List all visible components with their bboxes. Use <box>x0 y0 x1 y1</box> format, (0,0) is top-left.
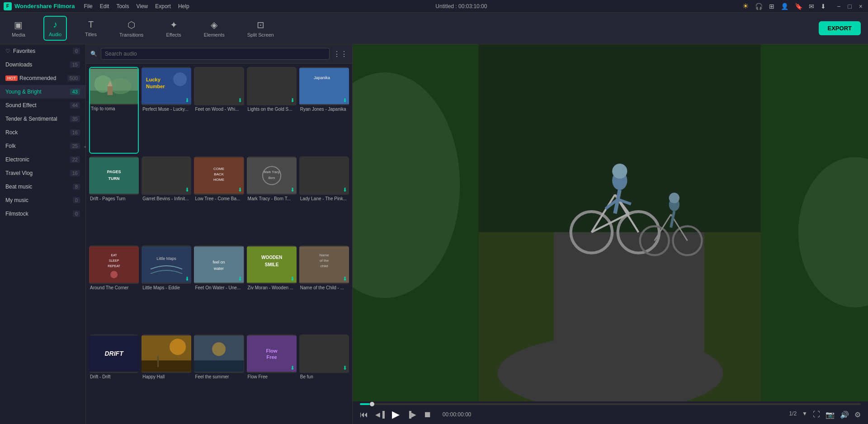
audio-card-flow-free[interactable]: Flow Free ⬇ Flow Free <box>247 334 297 421</box>
sidebar-item-folk[interactable]: Folk 25 ◀ <box>0 139 85 153</box>
svg-text:HOME: HOME <box>213 178 224 182</box>
audio-thumb-garret: ⬇ <box>142 156 191 195</box>
sidebar-recommended-count: 500 <box>67 75 80 81</box>
close-button[interactable]: × <box>857 3 864 10</box>
audio-card-be-fun[interactable]: ⬇ Be fun <box>299 334 349 421</box>
sidebar-item-beat-music[interactable]: Beat music 8 <box>0 180 85 193</box>
audio-card-feet-wood[interactable]: ⬇ Feet on Wood - Whi... <box>194 67 244 154</box>
thumb-art-around: EAT SLEEP REPEAT <box>89 245 139 284</box>
audio-thumb-trip-roma <box>90 68 138 105</box>
audio-card-perfect-muse[interactable]: Lucky Number ⬇ Perfect Muse - Lucky... <box>142 67 191 154</box>
toolbar-elements[interactable]: ◈ Elements <box>199 17 229 40</box>
thumb-art-feel <box>194 334 244 373</box>
sidebar-item-downloads[interactable]: Downloads 15 <box>0 58 85 71</box>
audio-card-drift2[interactable]: DRIFT Drift - Drift <box>89 334 139 421</box>
snapshot-icon[interactable]: 📷 <box>826 410 835 419</box>
sidebar-item-rock[interactable]: Rock 16 <box>0 126 85 139</box>
sidebar-tender-count: 35 <box>70 116 80 122</box>
page-counter: 1/2 <box>789 410 797 419</box>
audio-card-ziv-moran[interactable]: WOODEN SMILE ⬇ Ziv Moran - Wooden ... <box>247 245 297 332</box>
playback-controls-row: ⏮ ◀▐ ▶ ▐▶ ⏹ 00:00:00:00 1/2 ▼ ⛶ 📷 🔊 ⚙ <box>360 407 861 422</box>
audio-card-lady-lane[interactable]: ⬇ Lady Lane - The Pink... <box>299 156 349 243</box>
audio-card-low-tree[interactable]: COME BACK HOME ⬇ Low Tree - Come Ba... <box>194 156 244 243</box>
sidebar-item-electronic[interactable]: Electronic 22 <box>0 153 85 166</box>
sidebar-recommended-label: Recommended <box>19 75 56 81</box>
frame-back-button[interactable]: ◀▐ <box>375 411 385 418</box>
audio-thumb-perfect-muse: Lucky Number ⬇ <box>142 67 191 105</box>
media-icon: ▣ <box>14 19 23 30</box>
sidebar-item-young-bright[interactable]: Young & Bright 43 <box>0 85 85 99</box>
more-options-icon[interactable]: ⋮⋮ <box>333 50 348 58</box>
titles-icon: T <box>88 19 94 30</box>
menu-view[interactable]: View <box>136 3 148 9</box>
settings-icon[interactable]: ⚙ <box>854 410 861 419</box>
audio-thumb-happy-hall <box>142 334 191 373</box>
export-button[interactable]: EXPORT <box>819 21 861 35</box>
audio-title-name-child: Name of the Child - ... <box>299 284 349 292</box>
audio-title-ziv: Ziv Moran - Wooden ... <box>247 284 297 292</box>
audio-card-garret-bevins[interactable]: ⬇ Garret Bevins - Infinit... <box>142 156 191 243</box>
menu-help[interactable]: Help <box>178 3 189 9</box>
audio-card-little-maps[interactable]: Little Maps ⬇ Little Maps - Eddie <box>142 245 191 332</box>
sidebar-young-bright-label: Young & Bright <box>5 89 42 95</box>
sidebar-item-recommended[interactable]: HOTRecommended 500 <box>0 71 85 85</box>
toolbar-audio[interactable]: ♪ Audio <box>43 16 67 41</box>
audio-title-be-fun: Be fun <box>299 373 349 381</box>
fullscreen-icon[interactable]: ⛶ <box>813 410 820 419</box>
audio-title-lights-gold: Lights on the Gold S... <box>247 105 297 113</box>
toolbar-titles[interactable]: T Titles <box>80 17 101 40</box>
audio-card-lights-gold[interactable]: ⬇ Lights on the Gold S... <box>247 67 297 154</box>
skip-back-button[interactable]: ⏮ <box>360 410 368 419</box>
menu-file[interactable]: File <box>84 3 92 9</box>
svg-text:Little Maps: Little Maps <box>157 256 177 261</box>
audio-card-feet-water[interactable]: feel on water ⬇ Feet On Water - Une... <box>194 245 244 332</box>
maximize-button[interactable]: □ <box>846 3 853 10</box>
toolbar-split-screen[interactable]: ⊡ Split Screen <box>243 17 278 40</box>
audio-title-ryan-jones: Ryan Jones - Japanika <box>299 105 349 113</box>
toolbar-media[interactable]: ▣ Media <box>7 17 30 40</box>
window-title: Untitled : 00:03:10:00 <box>189 3 734 9</box>
volume-icon[interactable]: 🔊 <box>840 410 849 419</box>
sidebar-item-sound-effect[interactable]: Sound Effect 44 <box>0 99 85 112</box>
menu-edit[interactable]: Edit <box>100 3 109 9</box>
preview-extra-controls: 1/2 ▼ ⛶ 📷 🔊 ⚙ <box>789 410 861 419</box>
audio-card-trip-roma[interactable]: Trip to roma <box>89 67 139 154</box>
thumb-art-ryan: Japanika <box>299 67 349 105</box>
split-screen-label: Split Screen <box>247 32 274 38</box>
sidebar-item-filmstock[interactable]: Filmstock 0 <box>0 207 85 221</box>
sidebar-item-travel-vlog[interactable]: Travel Vlog 16 <box>0 166 85 180</box>
audio-card-around-corner[interactable]: EAT SLEEP REPEAT Around The Corner <box>89 245 139 332</box>
play-button[interactable]: ▶ <box>392 409 400 420</box>
toolbar-transitions[interactable]: ⬡ Transitions <box>115 17 148 40</box>
audio-card-ryan-jones[interactable]: Japanika ⬇ Ryan Jones - Japanika <box>299 67 349 154</box>
sidebar-filmstock-count: 0 <box>73 211 80 217</box>
stop-button[interactable]: ⏹ <box>424 410 432 419</box>
sidebar-item-favorites[interactable]: ♡Favorites 0 <box>0 44 85 58</box>
menu-export[interactable]: Export <box>155 3 171 9</box>
audio-card-name-child[interactable]: Name of the child ⬇ Name of the Child - … <box>299 245 349 332</box>
dropdown-icon[interactable]: ▼ <box>802 410 807 419</box>
svg-text:WOODEN: WOODEN <box>261 255 282 260</box>
sidebar-favorites-label: Favorites <box>13 48 35 54</box>
toolbar-effects[interactable]: ✦ Effects <box>161 17 185 40</box>
download-icon: ⬇ <box>343 365 347 371</box>
sidebar-item-tender[interactable]: Tender & Sentimental 35 <box>0 112 85 126</box>
person-icon: 👤 <box>781 3 788 10</box>
menu-tools[interactable]: Tools <box>116 3 129 9</box>
frame-forward-button[interactable]: ▐▶ <box>407 411 416 418</box>
elements-icon: ◈ <box>211 19 217 30</box>
media-label: Media <box>12 32 25 38</box>
audio-card-mark-tracy[interactable]: Mark Tracy Born ⬇ Mark Tracy - Born T... <box>247 156 297 243</box>
sidebar-item-my-music[interactable]: My music 0 <box>0 193 85 207</box>
search-input[interactable] <box>101 48 330 60</box>
audio-card-feel-summer[interactable]: Feel the summer <box>194 334 244 421</box>
minimize-button[interactable]: − <box>835 3 842 10</box>
preview-timeline-bar[interactable] <box>360 403 861 405</box>
svg-text:Japanika: Japanika <box>314 75 330 80</box>
audio-card-happy-hall[interactable]: Happy Hall <box>142 334 191 421</box>
sidebar-rock-label: Rock <box>5 129 18 136</box>
audio-thumb-be-fun: ⬇ <box>299 334 349 373</box>
download-icon: ⬇ <box>343 187 347 193</box>
svg-text:TURN: TURN <box>108 176 120 181</box>
audio-card-drift-pages[interactable]: PAGES TURN Drift - Pages Turn <box>89 156 139 243</box>
